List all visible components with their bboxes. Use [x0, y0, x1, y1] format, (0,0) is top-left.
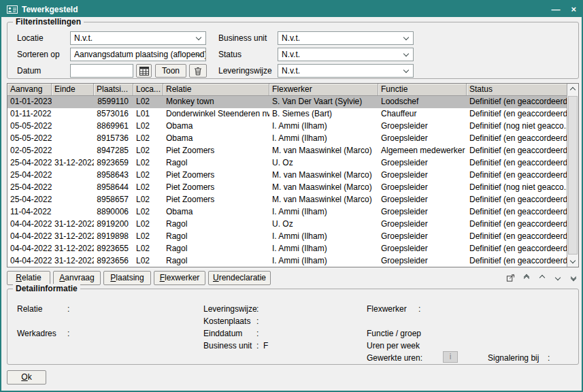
cell-status: Definitief (en geaccordeerd) [467, 145, 567, 157]
close-button[interactable]: × [571, 5, 576, 14]
cell-relatie: Obama [163, 206, 269, 218]
tab-relatie[interactable]: Relatie [7, 271, 50, 285]
vertical-scrollbar[interactable] [567, 84, 578, 267]
table-row[interactable]: 25-04-2022 8958657 L02 Piet Zoomers M. v… [7, 194, 567, 206]
business-unit-select[interactable]: N.v.t. [278, 31, 414, 45]
sorteren-op-select[interactable]: Aanvangsdatum plaatsing (aflopend) [70, 48, 206, 61]
table-row[interactable]: 05-05-2022 8915736 L02 Obama I. Ammi (Il… [7, 133, 567, 145]
cell-aanvang: 04-04-2022 [7, 231, 52, 243]
cell-locatie: L02 [133, 96, 163, 108]
table-row[interactable]: 11-04-2022 8890006 L02 Obama I. Ammi (Il… [7, 206, 567, 218]
cell-aanvang: 25-04-2022 [7, 194, 52, 206]
cell-aanvang: 04-04-2022 [7, 218, 52, 231]
cell-plaatsing: 8958657 [94, 194, 133, 206]
cell-plaatsing: 8599110 [94, 96, 133, 108]
col-status[interactable]: Status [467, 84, 567, 95]
previous-record-icon[interactable] [537, 273, 546, 282]
scroll-up-icon[interactable] [567, 84, 578, 95]
title-bar[interactable]: Tewerkgesteld — × [1, 1, 582, 17]
sorteren-op-label: Sorteren op [17, 50, 60, 59]
placements-table: Aanvang Einde Plaatsi... Loca... Relatie… [7, 83, 579, 267]
last-record-icon[interactable] [569, 273, 578, 282]
cell-functie: Groepsleider [378, 218, 467, 231]
toon-button[interactable]: Toon [155, 64, 186, 78]
tab-flexwerker[interactable]: Flexwerker [154, 271, 205, 285]
detach-icon[interactable] [506, 273, 515, 282]
scroll-thumb[interactable] [568, 96, 578, 255]
status-select[interactable]: N.v.t. [278, 48, 414, 61]
table-row[interactable]: 04-04-2022 31-12-2022 8923656 L02 Ragol … [7, 255, 567, 267]
cell-status: Definitief (nog niet geacco... [467, 120, 567, 133]
cell-status: Definitief (en geaccordeerd) [467, 206, 567, 218]
cell-locatie: L02 [133, 243, 163, 255]
cell-status: Definitief (en geaccordeerd) [467, 133, 567, 145]
delete-filter-button[interactable] [189, 64, 207, 78]
col-flexwerker[interactable]: Flexwerker [269, 84, 378, 95]
filter-legend: Filterinstellingen [13, 17, 84, 27]
scroll-down-icon[interactable] [567, 255, 578, 266]
table-row[interactable]: 25-04-2022 8958644 L02 Piet Zoomers M. v… [7, 182, 567, 194]
locatie-select[interactable]: N.v.t. [70, 31, 206, 45]
cell-status: Definitief (en geaccordeerd) [467, 218, 567, 231]
cell-einde: 31-12-2022 [52, 243, 94, 255]
cell-plaatsing: 8947285 [94, 145, 133, 157]
table-row[interactable]: 25-04-2022 31-12-2022 8923659 L02 Ragol … [7, 157, 567, 169]
cell-plaatsing: 8958643 [94, 169, 133, 182]
col-einde[interactable]: Einde [52, 84, 94, 95]
tab-aanvraag[interactable]: Aanvraag [53, 271, 101, 285]
detail-signalering-colon: : [548, 353, 550, 363]
record-nav [506, 273, 578, 282]
cell-einde [52, 133, 94, 145]
col-aanvang[interactable]: Aanvang [7, 84, 52, 95]
col-relatie[interactable]: Relatie [163, 84, 269, 95]
detail-einddatum-colon: : [256, 329, 259, 338]
cell-flexwerker: U. Oz [269, 157, 378, 169]
cell-locatie: L02 [133, 145, 163, 157]
tab-plaatsing[interactable]: Plaatsing [103, 271, 151, 285]
cell-plaatsing: 8923659 [94, 157, 133, 169]
detail-flexwerker-label: Flexwerker [367, 304, 407, 314]
calendar-button[interactable] [136, 64, 152, 78]
detail-werkadres-label: Werkadres [17, 329, 56, 338]
cell-locatie: L02 [133, 218, 163, 231]
datum-input[interactable] [70, 64, 133, 78]
cell-functie: Groepsleider [378, 194, 467, 206]
cell-plaatsing: 8573016 [94, 108, 133, 120]
table-row[interactable]: 01-11-2022 8573016 L01 Donderwinkel Stee… [7, 108, 567, 120]
chevron-down-icon [196, 35, 201, 40]
cell-aanvang: 11-04-2022 [7, 206, 52, 218]
table-row[interactable]: 02-05-2022 8947285 L02 Piet Zoomers M. v… [7, 145, 567, 157]
cell-locatie: L02 [133, 255, 163, 267]
table-row[interactable]: 05-05-2022 8869961 L02 Obama I. Ammi (Il… [7, 120, 567, 133]
cell-einde [52, 145, 94, 157]
table-row[interactable]: 04-04-2022 31-12-2022 8923655 L02 Ragol … [7, 243, 567, 255]
leveringswijze-select[interactable]: N.v.t. [278, 64, 414, 78]
cell-status: Definitief (en geaccordeerd) [467, 194, 567, 206]
col-locatie[interactable]: Loca... [133, 84, 163, 95]
table-row[interactable]: 04-04-2022 31-12-2022 8919898 L02 Ragol … [7, 231, 567, 243]
trash-icon [194, 67, 202, 76]
cell-einde: 31-12-2022 [52, 255, 94, 267]
cell-functie: Chauffeur [378, 108, 467, 120]
cell-functie: Groepsleider [378, 182, 467, 194]
sorteren-op-select-value: Aanvangsdatum plaatsing (aflopend) [74, 50, 206, 59]
cell-relatie: Ragol [163, 243, 269, 255]
next-record-icon[interactable] [553, 273, 562, 282]
ok-button[interactable]: Ok [7, 370, 46, 385]
detail-werkadres-colon: : [67, 329, 69, 338]
cell-plaatsing: 8919898 [94, 231, 133, 243]
cell-aanvang: 02-05-2022 [7, 145, 52, 157]
calendar-icon [139, 67, 149, 76]
cell-aanvang: 05-05-2022 [7, 120, 52, 133]
business-unit-select-value: N.v.t. [282, 33, 300, 43]
table-row[interactable]: 04-04-2022 31-12-2022 8919200 L02 Ragol … [7, 218, 567, 231]
first-record-icon[interactable] [522, 273, 531, 282]
info-button[interactable]: i [443, 351, 458, 363]
table-row[interactable]: 01-01-2023 8599110 L02 Monkey town S. Va… [7, 96, 567, 108]
tab-urendeclaratie[interactable]: Urendeclaratie [208, 271, 271, 285]
col-functie[interactable]: Functie [378, 84, 467, 95]
cell-functie: Groepsleider [378, 120, 467, 133]
col-plaatsing[interactable]: Plaatsi... [94, 84, 133, 95]
table-row[interactable]: 25-04-2022 8958643 L02 Piet Zoomers M. v… [7, 169, 567, 182]
minimize-button[interactable]: — [551, 5, 560, 14]
